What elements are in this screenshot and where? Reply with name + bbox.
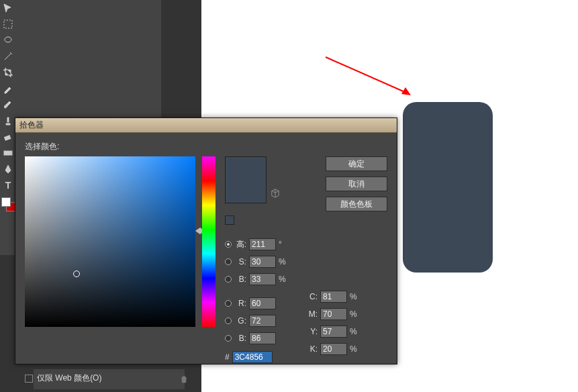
svg-rect-3 (4, 151, 12, 155)
tool-text[interactable]: T (0, 177, 16, 193)
dialog-titlebar[interactable]: 拾色器 (15, 118, 397, 133)
r-input[interactable] (249, 297, 276, 309)
tool-crop[interactable] (0, 64, 16, 81)
toolbar: T (0, 0, 16, 255)
color-preview (225, 156, 267, 203)
hue-indicator (195, 228, 200, 234)
radio-b[interactable] (225, 276, 232, 283)
select-color-label: 选择颜色: (25, 141, 387, 152)
svg-rect-2 (5, 136, 11, 140)
tool-wand[interactable] (0, 48, 16, 64)
y-input[interactable] (320, 326, 347, 338)
foreground-swatch[interactable] (1, 197, 11, 207)
canvas-rounded-rect (403, 102, 493, 273)
radio-h[interactable] (225, 241, 232, 248)
g-input[interactable] (249, 315, 276, 327)
previous-color-swatch[interactable] (225, 215, 234, 225)
tool-eyedropper[interactable] (0, 81, 16, 97)
swatches-button[interactable]: 颜色色板 (326, 197, 387, 211)
radio-r[interactable] (225, 300, 232, 307)
web-only-checkbox[interactable] (25, 375, 33, 383)
cube-icon[interactable] (271, 189, 280, 198)
annotation-arrow (322, 54, 416, 101)
color-picker-dialog: 拾色器 选择颜色: 确定 取消 颜色色 (15, 117, 397, 364)
sv-cursor (73, 271, 80, 277)
k-input[interactable] (320, 343, 347, 355)
b-input[interactable] (249, 273, 276, 285)
color-swatches[interactable] (1, 197, 16, 212)
hex-input[interactable] (232, 351, 273, 363)
c-input[interactable] (320, 291, 347, 303)
tool-brush[interactable] (0, 97, 16, 113)
panel-top (16, 0, 161, 117)
rgb-b-input[interactable] (249, 332, 276, 344)
h-input[interactable] (249, 238, 276, 250)
svg-line-4 (326, 57, 406, 93)
hue-slider[interactable] (202, 156, 215, 327)
ok-button[interactable]: 确定 (326, 156, 387, 171)
m-input[interactable] (320, 308, 347, 320)
radio-rgb-b[interactable] (225, 335, 232, 342)
tool-lasso[interactable] (0, 32, 16, 48)
svg-point-1 (5, 37, 11, 42)
radio-s[interactable] (225, 258, 232, 265)
radio-g[interactable] (225, 317, 232, 324)
tool-marquee[interactable] (0, 16, 16, 32)
saturation-value-field[interactable] (25, 156, 195, 327)
svg-rect-0 (4, 20, 12, 28)
dialog-title: 拾色器 (19, 119, 393, 131)
cancel-button[interactable]: 取消 (326, 177, 387, 191)
tool-stamp[interactable] (0, 113, 16, 129)
web-only-label: 仅限 Web 颜色(O) (37, 373, 101, 384)
hex-hash: # (225, 352, 230, 362)
tool-eraser[interactable] (0, 129, 16, 145)
tool-move[interactable] (0, 0, 16, 16)
s-input[interactable] (249, 256, 276, 268)
tool-pen[interactable] (0, 161, 16, 177)
tool-gradient[interactable] (0, 145, 16, 161)
